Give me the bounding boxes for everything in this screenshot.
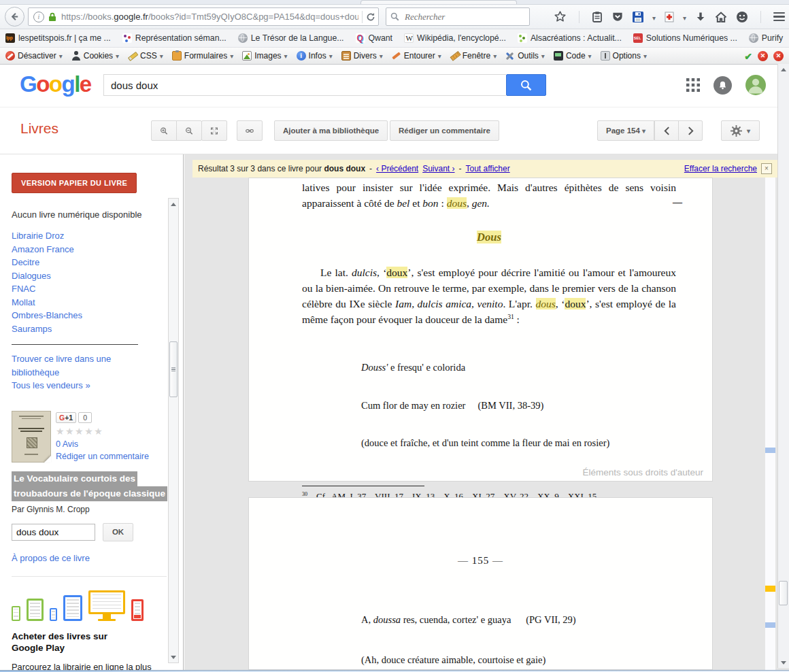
home-button[interactable] <box>715 12 727 22</box>
valid-check-icon[interactable]: ✔ <box>744 51 752 62</box>
product-name[interactable]: Livres <box>20 120 58 137</box>
seller-link[interactable]: Sauramps <box>12 322 148 336</box>
error-close-icon[interactable]: ✕ <box>773 51 784 61</box>
active-tab-edge[interactable] <box>360 0 517 4</box>
caret-down-icon[interactable] <box>683 11 686 23</box>
caret-down-icon <box>588 51 592 61</box>
devtools-menu-disable[interactable]: Désactiver <box>5 51 63 61</box>
bookmark-item[interactable]: Wikipédia, l'encyclopé... <box>404 33 506 43</box>
verse-block: Douss' e fresqu' e colorida Cum flor de … <box>361 336 676 475</box>
all-sellers-link[interactable]: Tous les vendeurs » <box>12 379 148 392</box>
sn-badge-icon <box>633 33 643 43</box>
bookmark-item[interactable]: Qwant <box>356 33 393 43</box>
bookmark-item[interactable]: Représentation séman... <box>122 33 226 43</box>
scroll-up-arrow[interactable] <box>169 199 178 209</box>
seller-link[interactable]: Dialogues <box>12 269 148 283</box>
bookmark-item[interactable]: Purify <box>749 33 783 43</box>
window-scrollbar[interactable] <box>777 64 789 668</box>
download-button[interactable] <box>695 12 706 22</box>
bookmark-item[interactable]: Alsacréations : Actualit... <box>518 33 622 43</box>
url-bar[interactable]: i https://books.google.fr/books?id=Tmt59… <box>28 7 379 26</box>
page-selector-button[interactable]: Page 154 <box>597 120 654 141</box>
scroll-down-arrow[interactable] <box>169 652 178 662</box>
find-in-library-link[interactable]: Trouver ce livre dans une bibliothèque <box>12 352 148 379</box>
divider <box>12 344 138 345</box>
identity-info-icon[interactable]: i <box>33 12 44 22</box>
paper-version-button[interactable]: VERSION PAPIER DU LIVRE <box>12 173 137 193</box>
google-logo[interactable]: Google <box>20 71 91 97</box>
ok-button[interactable]: OK <box>103 523 133 541</box>
fullscreen-button[interactable] <box>201 120 227 141</box>
devtools-menu-cookies[interactable]: Cookies <box>71 51 119 61</box>
scrollbar-thumb[interactable] <box>169 341 178 397</box>
url-text[interactable]: https://books.google.fr/books?id=Tmt59yQ… <box>61 12 358 22</box>
seller-link[interactable]: Ombres-Blanches <box>12 309 148 322</box>
scrollbar-thumb[interactable] <box>779 581 788 605</box>
devtools-menu-forms[interactable]: Formulaires <box>172 51 233 61</box>
devtools-menu-outils[interactable]: Outils <box>505 51 545 61</box>
browser-search-input[interactable] <box>403 11 525 23</box>
bookmark-star-button[interactable] <box>554 10 567 23</box>
next-page-button[interactable] <box>678 120 703 141</box>
book-cover-thumbnail[interactable] <box>12 411 51 463</box>
annotate-page-button[interactable] <box>665 12 674 22</box>
seller-link[interactable]: Amazon France <box>12 243 148 256</box>
bookmark-item[interactable]: Le Trésor de la Langue... <box>238 33 344 43</box>
google-search-input[interactable] <box>104 75 506 95</box>
divider <box>362 11 363 23</box>
previous-result-link[interactable]: ‹ Précédent <box>376 164 418 173</box>
devtools-menu-images[interactable]: Images <box>242 51 287 61</box>
seller-link[interactable]: Decitre <box>12 256 148 269</box>
settings-button[interactable] <box>721 120 760 141</box>
scroll-up-arrow[interactable] <box>778 65 789 73</box>
show-all-results-link[interactable]: Tout afficher <box>466 164 510 173</box>
seller-link[interactable]: FNAC <box>12 282 148 296</box>
apps-grid-icon[interactable] <box>686 78 700 92</box>
reviews-link[interactable]: 0 Avis <box>56 439 149 449</box>
menu-button[interactable] <box>773 12 785 22</box>
save-button[interactable] <box>633 12 643 22</box>
zoom-out-button[interactable] <box>176 120 202 141</box>
link-button[interactable] <box>237 120 263 141</box>
sidebar-scrollbar[interactable] <box>168 198 179 663</box>
text-segment: bel <box>397 197 409 209</box>
ereader-icon <box>131 599 144 621</box>
google-search-field[interactable] <box>103 74 506 96</box>
google-search-button[interactable] <box>506 74 546 96</box>
devtools-menu-entourer[interactable]: Entourer <box>392 51 441 61</box>
devtools-menu-infos[interactable]: Infos <box>297 51 333 61</box>
notifications-bell-icon[interactable] <box>714 76 732 95</box>
next-result-link[interactable]: Suivant › <box>422 164 454 173</box>
bookmark-item[interactable]: Solutions Numériques ... <box>633 33 737 43</box>
lock-icon[interactable] <box>48 12 56 22</box>
close-icon[interactable]: × <box>761 163 772 174</box>
bookmark-item[interactable]: lespetitspois.fr | ça me ... <box>5 33 111 43</box>
back-button[interactable] <box>5 7 24 27</box>
add-to-library-button[interactable]: Ajouter à ma bibliothèque <box>274 120 388 141</box>
error-close-icon[interactable]: ✕ <box>758 51 768 61</box>
scroll-down-arrow[interactable] <box>778 658 789 667</box>
devtools-menu-options[interactable]: Options <box>601 51 647 61</box>
feedback-smiley-button[interactable] <box>736 11 748 23</box>
pocket-button[interactable] <box>611 11 624 22</box>
search-in-book-input[interactable] <box>12 524 95 541</box>
devtools-menu-css[interactable]: CSS <box>128 51 163 61</box>
previous-page-button[interactable] <box>654 120 679 141</box>
bookmarks-panel-button[interactable] <box>592 11 603 23</box>
seller-link[interactable]: Librairie Droz <box>12 229 148 243</box>
seller-link[interactable]: Mollat <box>12 296 148 309</box>
browser-search-box[interactable] <box>386 7 530 26</box>
reload-icon[interactable] <box>366 12 375 22</box>
about-book-link[interactable]: À propos de ce livre <box>12 552 148 565</box>
zoom-in-button[interactable] <box>151 120 177 141</box>
write-review-link[interactable]: Rédiger un commentaire <box>56 452 149 461</box>
gplus-button[interactable]: GG+1+1 <box>56 412 76 423</box>
write-review-button[interactable]: Rédiger un commentaire <box>390 120 499 141</box>
caret-down-icon[interactable] <box>652 11 656 23</box>
devtools-menu-divers[interactable]: Divers <box>341 51 383 61</box>
devtools-menu-code[interactable]: Code <box>554 51 592 61</box>
clear-search-link[interactable]: Effacer la recherche <box>684 164 757 173</box>
account-avatar[interactable] <box>745 75 766 95</box>
divider <box>579 11 580 23</box>
devtools-menu-fenetre[interactable]: Fenêtre <box>450 51 497 61</box>
